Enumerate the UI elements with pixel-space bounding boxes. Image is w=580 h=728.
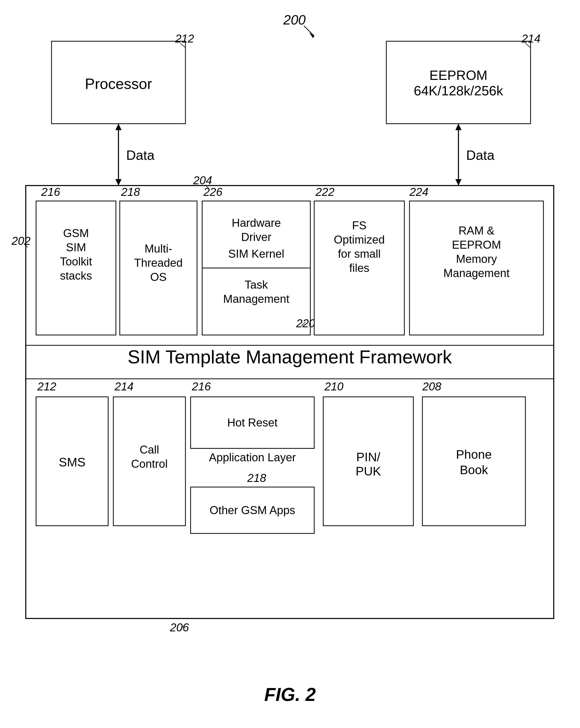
svg-text:FS: FS [352,219,366,232]
svg-text:Data: Data [466,148,495,163]
svg-text:RAM &: RAM & [459,224,494,237]
svg-text:210: 210 [324,380,343,393]
svg-marker-17 [455,124,462,130]
svg-text:214: 214 [521,32,540,45]
svg-rect-7 [386,41,530,124]
svg-text:files: files [349,262,369,274]
svg-text:226: 226 [203,185,223,198]
svg-text:Control: Control [131,458,168,470]
svg-text:PUK: PUK [356,464,381,478]
svg-marker-13 [115,124,121,130]
svg-text:EEPROM: EEPROM [452,238,501,251]
svg-rect-73 [191,487,314,534]
svg-text:Toolkit: Toolkit [60,255,92,268]
svg-text:EEPROM: EEPROM [429,68,487,83]
svg-marker-14 [115,179,121,185]
svg-line-11 [525,43,530,48]
svg-text:216: 216 [41,185,60,198]
svg-marker-2 [309,32,314,38]
svg-text:224: 224 [409,185,428,198]
svg-text:Memory: Memory [456,253,497,265]
svg-text:208: 208 [422,380,441,393]
svg-text:204: 204 [193,174,212,187]
svg-text:FIG. 2: FIG. 2 [264,684,316,705]
svg-text:Call: Call [140,443,159,456]
svg-rect-80 [422,397,525,526]
svg-text:SIM Kernel: SIM Kernel [228,248,284,260]
svg-rect-38 [202,201,310,335]
svg-text:214: 214 [114,380,133,393]
svg-text:Other GSM Apps: Other GSM Apps [210,504,296,516]
svg-text:220: 220 [296,317,315,330]
svg-text:GSM: GSM [63,227,89,239]
svg-line-24 [205,185,209,188]
svg-rect-3 [52,41,186,124]
svg-text:stacks: stacks [60,269,92,282]
svg-text:Data: Data [126,148,155,163]
svg-text:64K/128k/256k: 64K/128k/256k [414,83,503,98]
svg-line-46 [301,322,305,326]
svg-text:Application Layer: Application Layer [209,451,296,464]
svg-text:Multi-: Multi- [144,242,172,255]
svg-rect-76 [323,397,413,526]
svg-line-6 [180,43,186,48]
svg-text:SIM Template Management Framew: SIM Template Management Framework [128,346,452,367]
svg-line-22 [25,244,28,248]
svg-rect-69 [191,397,314,448]
svg-text:222: 222 [315,185,334,198]
svg-rect-20 [26,185,554,619]
svg-text:200: 200 [283,12,306,27]
svg-text:206: 206 [170,621,189,634]
svg-text:202: 202 [11,234,30,247]
svg-text:for small: for small [338,248,381,260]
svg-text:Hot Reset: Hot Reset [227,416,278,429]
svg-text:Management: Management [443,267,510,279]
svg-text:218: 218 [121,185,140,198]
svg-text:Task: Task [245,278,268,291]
svg-text:212: 212 [175,32,194,45]
svg-text:Phone: Phone [456,448,492,461]
svg-rect-54 [410,201,544,335]
svg-text:Management: Management [223,292,289,305]
svg-text:Book: Book [460,463,488,477]
svg-text:216: 216 [192,380,211,393]
svg-text:SIM: SIM [66,241,86,254]
svg-text:SMS: SMS [59,456,85,469]
svg-text:Threaded: Threaded [134,256,183,269]
svg-text:Processor: Processor [85,75,152,92]
svg-text:Optimized: Optimized [334,233,385,246]
svg-text:PIN/: PIN/ [356,450,380,464]
svg-rect-27 [36,201,116,335]
svg-rect-48 [314,201,404,335]
svg-rect-33 [120,201,197,335]
svg-text:Hardware: Hardware [232,216,281,229]
svg-marker-18 [455,179,462,185]
svg-text:Driver: Driver [241,231,271,243]
svg-rect-62 [36,397,108,526]
svg-text:OS: OS [150,270,167,283]
svg-text:212: 212 [37,380,56,393]
svg-text:218: 218 [247,472,266,484]
svg-line-1 [304,26,314,36]
svg-rect-65 [113,397,186,526]
svg-line-84 [180,624,186,630]
